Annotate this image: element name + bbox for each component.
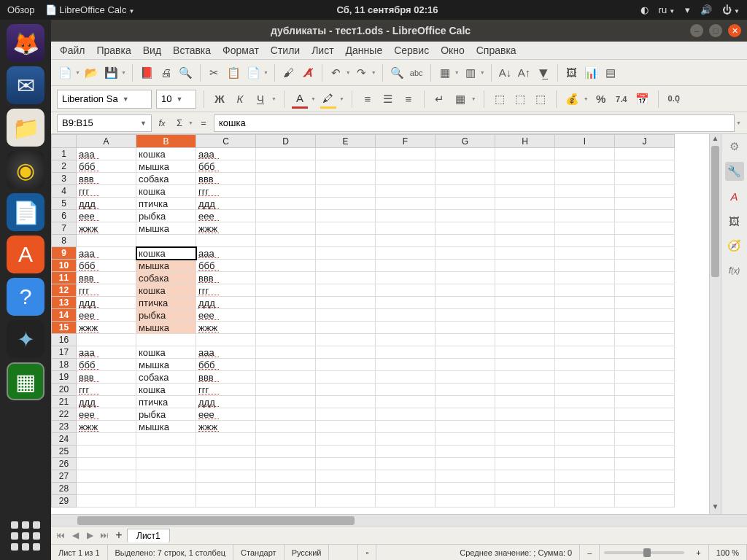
cell-J5[interactable] <box>615 198 675 210</box>
cell-E3[interactable] <box>316 173 376 185</box>
cell-F7[interactable] <box>376 222 436 235</box>
cell-E19[interactable] <box>316 371 376 384</box>
cell-E13[interactable] <box>316 297 376 309</box>
cell-H26[interactable] <box>495 458 555 470</box>
redo-button[interactable]: ↷ <box>354 63 370 82</box>
cell-D28[interactable] <box>256 483 316 495</box>
app-menu-indicator[interactable]: 📄 LibreOffice Calc▼ <box>45 4 135 15</box>
cell-E10[interactable] <box>316 260 376 272</box>
menu-window[interactable]: Окно <box>441 44 465 56</box>
horizontal-scrollbar[interactable] <box>51 514 747 526</box>
row-header-3[interactable]: 3 <box>52 173 77 185</box>
cell-H12[interactable] <box>495 284 555 297</box>
tray-icon[interactable]: ◐ <box>640 4 649 15</box>
menu-styles[interactable]: Стили <box>271 44 300 56</box>
row-header-25[interactable]: 25 <box>52 446 77 458</box>
cell-C10[interactable]: ббб <box>196 260 256 272</box>
cell-G8[interactable] <box>436 235 495 247</box>
row-header-9[interactable]: 9 <box>52 247 77 260</box>
cell-A12[interactable]: ггг <box>77 284 136 297</box>
cell-H10[interactable] <box>495 260 555 272</box>
cell-B8[interactable] <box>136 235 196 247</box>
cell-C1[interactable]: ааа <box>196 148 256 160</box>
cell-C13[interactable]: ддд <box>196 297 256 309</box>
dock-files[interactable]: 📁 <box>7 109 44 147</box>
cell-H16[interactable] <box>495 334 555 346</box>
cell-E12[interactable] <box>316 284 376 297</box>
cell-F18[interactable] <box>376 359 436 371</box>
cell-H3[interactable] <box>495 173 555 185</box>
cell-C21[interactable]: ддд <box>196 396 256 408</box>
cell-B11[interactable]: собака <box>136 272 196 284</box>
row-header-18[interactable]: 18 <box>52 359 77 371</box>
cell-F15[interactable] <box>376 322 436 334</box>
cell-J29[interactable] <box>615 495 675 508</box>
cell-F2[interactable] <box>376 160 436 173</box>
row-header-6[interactable]: 6 <box>52 210 77 222</box>
paste-dropdown[interactable]: ▼ <box>263 70 268 75</box>
status-style[interactable]: Стандарт <box>233 545 285 560</box>
cell-G2[interactable] <box>436 160 495 173</box>
dock-screenshot[interactable]: ✦ <box>7 320 44 358</box>
cut-button[interactable]: ✂ <box>206 63 222 82</box>
cell-H4[interactable] <box>495 185 555 198</box>
valign-bottom-button[interactable]: ⬚ <box>533 90 549 109</box>
cell-J2[interactable] <box>615 160 675 173</box>
cell-D5[interactable] <box>256 198 316 210</box>
col-header-F[interactable]: F <box>376 135 436 148</box>
cell-A17[interactable]: ааа <box>77 346 136 359</box>
cell-B10[interactable]: мышка <box>136 260 196 272</box>
cell-E4[interactable] <box>316 185 376 198</box>
print-preview-button[interactable]: 🔍 <box>177 63 194 82</box>
row-header-14[interactable]: 14 <box>52 309 77 322</box>
cell-I8[interactable] <box>555 235 615 247</box>
cell-F4[interactable] <box>376 185 436 198</box>
cell-A1[interactable]: ааа <box>77 148 136 160</box>
cell-C15[interactable]: жжж <box>196 322 256 334</box>
cell-A6[interactable]: еее <box>77 210 136 222</box>
cell-J10[interactable] <box>615 260 675 272</box>
row-header-27[interactable]: 27 <box>52 470 77 483</box>
cell-E25[interactable] <box>316 446 376 458</box>
cell-D2[interactable] <box>256 160 316 173</box>
zoom-out-button[interactable]: – <box>580 545 600 560</box>
row-header-4[interactable]: 4 <box>52 185 77 198</box>
cell-J26[interactable] <box>615 458 675 470</box>
row-header-20[interactable]: 20 <box>52 384 77 396</box>
cell-H17[interactable] <box>495 346 555 359</box>
minimize-button[interactable]: – <box>690 24 703 37</box>
decimal-button[interactable]: 0.0̣ <box>666 90 682 109</box>
cell-D11[interactable] <box>256 272 316 284</box>
row-header-5[interactable]: 5 <box>52 198 77 210</box>
cell-G5[interactable] <box>436 198 495 210</box>
cell-I11[interactable] <box>555 272 615 284</box>
col-header-A[interactable]: A <box>77 135 136 148</box>
activities-button[interactable]: Обзор <box>7 4 35 15</box>
cell-C2[interactable]: ббб <box>196 160 256 173</box>
col-button[interactable]: ▥ <box>462 63 479 82</box>
cell-F20[interactable] <box>376 384 436 396</box>
cell-D12[interactable] <box>256 284 316 297</box>
cell-H22[interactable] <box>495 408 555 421</box>
cell-I4[interactable] <box>555 185 615 198</box>
sidebar-settings-icon[interactable]: ⚙ <box>725 137 744 156</box>
cell-G26[interactable] <box>436 458 495 470</box>
cell-C23[interactable]: жжж <box>196 421 256 433</box>
save-button[interactable]: 💾 <box>103 63 120 82</box>
sheet-tab-1[interactable]: Лист1 <box>127 529 170 542</box>
cell-A5[interactable]: ддд <box>77 198 136 210</box>
clock[interactable]: Сб, 11 сентября 02:16 <box>134 4 640 15</box>
cell-C5[interactable]: ддд <box>196 198 256 210</box>
image-button[interactable]: 🖼 <box>564 63 580 82</box>
row-dropdown[interactable]: ▼ <box>454 70 460 75</box>
cell-G15[interactable] <box>436 322 495 334</box>
cell-E17[interactable] <box>316 346 376 359</box>
cell-F28[interactable] <box>376 483 436 495</box>
cell-E22[interactable] <box>316 408 376 421</box>
menu-data[interactable]: Данные <box>346 44 383 56</box>
status-insert-mode[interactable] <box>329 545 358 560</box>
cell-E1[interactable] <box>316 148 376 160</box>
cell-C22[interactable]: еее <box>196 408 256 421</box>
cell-E8[interactable] <box>316 235 376 247</box>
col-header-H[interactable]: H <box>495 135 555 148</box>
